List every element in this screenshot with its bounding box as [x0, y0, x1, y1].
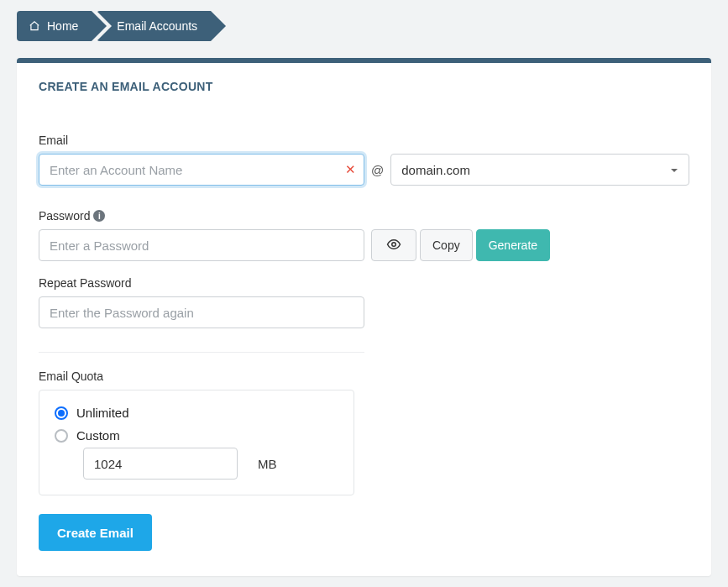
repeat-password-input[interactable]: [39, 296, 364, 328]
email-quota-box: Unlimited Custom MB: [39, 390, 354, 495]
generate-password-button[interactable]: Generate: [476, 229, 550, 261]
domain-selected-value: domain.com: [401, 163, 470, 177]
quota-custom-value-input[interactable]: [83, 448, 238, 480]
copy-password-button[interactable]: Copy: [420, 229, 473, 261]
quota-unlimited-radio[interactable]: [55, 406, 68, 420]
toggle-password-visibility-button[interactable]: [371, 229, 416, 261]
create-email-button[interactable]: Create Email: [39, 514, 152, 551]
quota-unlimited-label: Unlimited: [76, 406, 129, 420]
quota-custom-radio[interactable]: [55, 429, 68, 443]
create-email-card: CREATE AN EMAIL ACCOUNT Email ✕ @ domain…: [17, 58, 711, 576]
email-account-input[interactable]: [39, 154, 364, 186]
email-input-wrap: ✕: [39, 154, 364, 186]
password-input-wrap: [39, 229, 364, 261]
chevron-down-icon: [670, 163, 678, 177]
info-icon[interactable]: i: [93, 210, 105, 222]
email-label: Email: [39, 134, 689, 147]
home-icon: [29, 20, 40, 32]
card-title: CREATE AN EMAIL ACCOUNT: [39, 80, 689, 93]
repeat-password-label: Repeat Password: [39, 276, 689, 290]
domain-select[interactable]: domain.com: [390, 154, 689, 186]
breadcrumb-email-accounts-label: Email Accounts: [117, 19, 197, 33]
breadcrumb: Home Email Accounts: [0, 0, 728, 41]
divider: [39, 352, 364, 353]
breadcrumb-home-label: Home: [47, 19, 78, 33]
svg-point-0: [392, 242, 396, 246]
password-input[interactable]: [39, 229, 364, 261]
quota-unit: MB: [258, 457, 277, 471]
breadcrumb-email-accounts[interactable]: Email Accounts: [97, 11, 211, 41]
password-label: Password i: [39, 209, 689, 223]
at-symbol: @: [369, 163, 385, 177]
breadcrumb-home[interactable]: Home: [17, 11, 92, 41]
eye-icon: [386, 237, 401, 254]
clear-icon[interactable]: ✕: [345, 162, 356, 177]
email-quota-label: Email Quota: [39, 369, 689, 383]
quota-custom-label: Custom: [76, 428, 120, 443]
